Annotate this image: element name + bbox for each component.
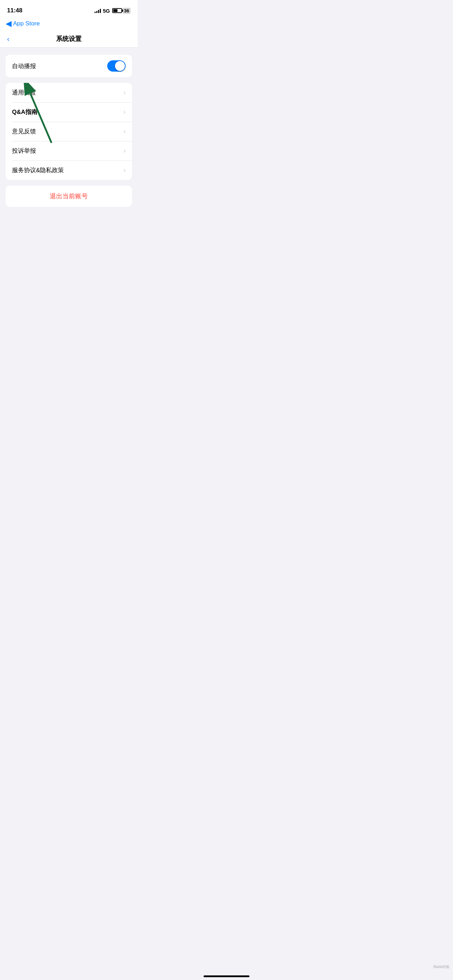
qa-guide-row[interactable]: Q&A指南 › xyxy=(6,102,132,122)
complaint-chevron-icon: › xyxy=(124,147,126,154)
terms-label: 服务协议&隐私政策 xyxy=(12,166,64,174)
complaint-row[interactable]: 投诉举报 › xyxy=(6,141,132,161)
signal-icon xyxy=(95,8,101,13)
feedback-chevron-icon: › xyxy=(124,128,126,135)
content-area: 自动播报 通用设置 › Q&A指南 › 意见反馈 › xyxy=(0,48,138,214)
nav-bar: ‹ 系统设置 xyxy=(0,31,138,48)
status-bar: 11:48 5G 36 xyxy=(0,0,138,18)
logout-label: 退出当前账号 xyxy=(50,192,88,200)
back-chevron-icon: ‹ xyxy=(7,35,10,42)
terms-chevron-icon: › xyxy=(124,167,126,174)
feedback-row[interactable]: 意见反馈 › xyxy=(6,122,132,141)
qa-guide-label: Q&A指南 xyxy=(12,108,37,116)
battery-fill xyxy=(113,9,118,12)
battery-level: 36 xyxy=(123,8,130,14)
terms-row[interactable]: 服务协议&隐私政策 › xyxy=(6,161,132,180)
autoplay-row: 自动播报 xyxy=(6,55,132,77)
autoplay-card: 自动播报 xyxy=(6,55,132,77)
menu-card: 通用设置 › Q&A指南 › 意见反馈 › 投诉举报 › 服务协议&隐私政策 › xyxy=(6,83,132,180)
appstore-back-chevron: ◀ xyxy=(6,20,12,27)
status-time: 11:48 xyxy=(7,7,22,14)
general-chevron-icon: › xyxy=(124,89,126,96)
appstore-nav-bar: ◀ App Store xyxy=(0,18,138,31)
network-label: 5G xyxy=(103,8,110,14)
general-settings-label: 通用设置 xyxy=(12,89,36,97)
battery-icon xyxy=(112,8,122,13)
autoplay-toggle[interactable] xyxy=(107,60,126,72)
logout-row[interactable]: 退出当前账号 xyxy=(6,186,132,207)
page-title: 系统设置 xyxy=(56,35,81,43)
battery-container: 36 xyxy=(112,8,130,14)
appstore-back-label[interactable]: App Store xyxy=(13,20,40,27)
feedback-label: 意见反馈 xyxy=(12,127,36,135)
logout-card: 退出当前账号 xyxy=(6,186,132,207)
status-right: 5G 36 xyxy=(95,8,130,14)
back-button[interactable]: ‹ xyxy=(7,36,10,42)
qa-chevron-icon: › xyxy=(124,108,126,116)
autoplay-label: 自动播报 xyxy=(12,62,36,70)
complaint-label: 投诉举报 xyxy=(12,147,36,155)
general-settings-row[interactable]: 通用设置 › xyxy=(6,83,132,102)
